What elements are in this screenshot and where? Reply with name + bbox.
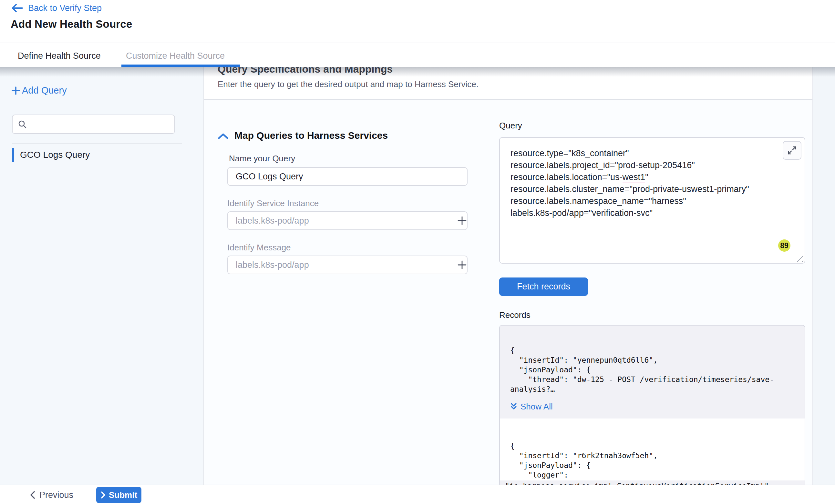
- identify-service-instance-label: Identify Service Instance: [227, 198, 319, 208]
- query-sidebar: Add Query GCO Logs Query: [0, 67, 204, 485]
- plus-icon: [456, 259, 468, 270]
- record-json-clipped-line: "io.harness.service.impl.ContinuousVerif…: [505, 481, 800, 485]
- page-title: Add New Health Source: [11, 18, 132, 30]
- map-queries-title: Map Queries to Harness Services: [235, 130, 388, 141]
- section-heading: Query Specifications and Mappings: [218, 67, 393, 75]
- chevron-up-icon: [218, 133, 229, 140]
- plus-icon: [456, 215, 468, 226]
- record-item: { "insertId": "r6rk2tnah3owf5eh", "jsonP…: [500, 441, 805, 480]
- query-name-input[interactable]: [227, 167, 468, 186]
- query-label: Query: [499, 121, 522, 131]
- back-link-label: Back to Verify Step: [28, 3, 102, 13]
- wizard-footer: Previous Submit: [0, 485, 835, 504]
- add-service-instance-path-button[interactable]: [456, 215, 468, 226]
- chevron-right-icon: [100, 491, 106, 499]
- add-message-path-button[interactable]: [456, 259, 468, 270]
- page-right-margin: [812, 67, 835, 485]
- submit-button[interactable]: Submit: [96, 487, 141, 503]
- expand-icon: [787, 146, 797, 155]
- customize-health-source-panel: Query Specifications and Mappings Enter …: [204, 67, 812, 485]
- query-search-input[interactable]: [31, 119, 169, 129]
- search-icon: [18, 120, 27, 129]
- double-chevron-down-icon: [510, 403, 517, 411]
- query-char-count-badge: 89: [778, 239, 791, 252]
- query-mapping-form: Map Queries to Harness Services Name you…: [204, 100, 812, 485]
- show-all-label: Show All: [521, 402, 553, 412]
- section-subheading: Enter the query to get the desired outpu…: [218, 79, 478, 89]
- previous-button[interactable]: Previous: [30, 485, 73, 504]
- sidebar-divider: [12, 144, 182, 144]
- query-textarea[interactable]: resource.type="k8s_container"resource.la…: [499, 137, 805, 264]
- record-item-clipped: "io.harness.service.impl.ContinuousVerif…: [500, 480, 805, 485]
- arrow-left-icon: [11, 3, 24, 14]
- identify-message-label: Identify Message: [227, 243, 291, 253]
- tab-define-health-source[interactable]: Define Health Source: [18, 51, 101, 61]
- records-panel: { "insertId": "yennepun0qtd6ll6", "jsonP…: [499, 325, 805, 485]
- section-heading-zone: Query Specifications and Mappings Enter …: [204, 67, 812, 100]
- query-text: resource.type="k8s_container"resource.la…: [510, 147, 749, 219]
- record-json: { "insertId": "yennepun0qtd6ll6", "jsonP…: [510, 345, 800, 394]
- fetch-records-button[interactable]: Fetch records: [499, 277, 588, 296]
- message-input[interactable]: [227, 255, 468, 274]
- chevron-left-icon: [30, 491, 36, 499]
- selected-query-indicator: [12, 148, 14, 162]
- health-source-tabbar: Define Health Source Customize Health So…: [0, 43, 835, 67]
- records-label: Records: [499, 310, 530, 320]
- add-health-source-screen: Back to Verify Step Add New Health Sourc…: [0, 0, 835, 504]
- textarea-resize-handle[interactable]: [796, 255, 803, 262]
- expand-query-button[interactable]: [783, 141, 801, 160]
- add-query-button[interactable]: Add Query: [11, 85, 67, 96]
- active-tab-underline: [121, 65, 240, 67]
- page-header: Back to Verify Step Add New Health Sourc…: [0, 0, 835, 43]
- plus-icon: [11, 86, 21, 96]
- back-link[interactable]: Back to Verify Step: [11, 3, 102, 14]
- add-query-label: Add Query: [22, 85, 67, 96]
- show-all-button[interactable]: Show All: [510, 402, 800, 412]
- query-search-box: [12, 114, 175, 134]
- record-item: { "insertId": "yennepun0qtd6ll6", "jsonP…: [500, 326, 805, 419]
- previous-button-label: Previous: [39, 490, 73, 500]
- query-list-item-label: GCO Logs Query: [20, 150, 90, 160]
- service-instance-input[interactable]: [227, 211, 468, 230]
- tab-customize-health-source[interactable]: Customize Health Source: [126, 51, 225, 61]
- record-json: { "insertId": "r6rk2tnah3owf5eh", "jsonP…: [510, 441, 800, 480]
- query-list-item[interactable]: GCO Logs Query: [12, 148, 90, 162]
- name-your-query-label: Name your Query: [229, 153, 295, 164]
- submit-button-label: Submit: [109, 490, 137, 500]
- collapse-section-button[interactable]: [218, 133, 229, 140]
